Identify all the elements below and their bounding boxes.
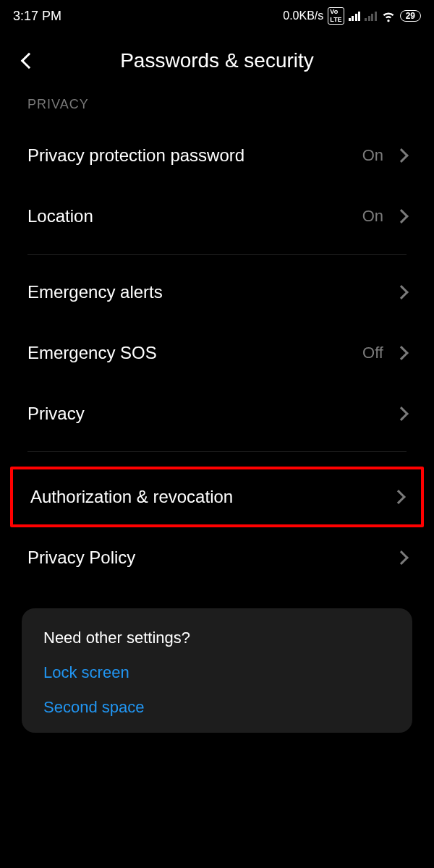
wifi-icon <box>381 9 396 23</box>
row-privacy-policy[interactable]: Privacy Policy <box>0 527 434 588</box>
row-emergency-alerts[interactable]: Emergency alerts <box>0 262 434 323</box>
row-location[interactable]: Location On <box>0 186 434 247</box>
app-header: Passwords & security <box>0 29 434 88</box>
link-lock-screen[interactable]: Lock screen <box>43 663 391 682</box>
row-emergency-sos[interactable]: Emergency SOS Off <box>0 323 434 383</box>
status-bar: 3:17 PM 0.0KB/s VoLTE 29 <box>0 0 434 29</box>
divider <box>27 254 407 255</box>
battery-icon: 29 <box>400 10 421 22</box>
chevron-right-icon <box>394 148 409 163</box>
status-time: 3:17 PM <box>13 9 61 24</box>
volte-icon: VoLTE <box>328 7 344 25</box>
row-privacy[interactable]: Privacy <box>0 383 434 444</box>
row-authorization-revocation[interactable]: Authorization & revocation <box>13 469 421 524</box>
divider <box>27 451 407 452</box>
signal-2-icon <box>365 11 377 21</box>
row-value: On <box>362 207 383 226</box>
other-settings-card: Need other settings? Lock screen Second … <box>22 608 412 733</box>
row-privacy-protection[interactable]: Privacy protection password On <box>0 125 434 186</box>
chevron-right-icon <box>394 346 409 360</box>
row-value: Off <box>362 344 383 362</box>
row-label: Emergency SOS <box>27 343 362 363</box>
card-title: Need other settings? <box>43 629 391 647</box>
row-value: On <box>362 146 383 165</box>
back-button[interactable] <box>14 46 43 75</box>
link-second-space[interactable]: Second space <box>43 698 391 717</box>
chevron-right-icon <box>394 285 409 299</box>
net-speed: 0.0KB/s <box>283 9 323 22</box>
highlighted-row: Authorization & revocation <box>10 467 424 527</box>
row-label: Location <box>27 206 362 226</box>
chevron-left-icon <box>21 53 38 69</box>
row-label: Privacy Policy <box>27 548 396 568</box>
page-title: Passwords & security <box>43 49 420 72</box>
row-label: Authorization & revocation <box>30 487 393 507</box>
chevron-right-icon <box>394 550 409 565</box>
chevron-right-icon <box>394 209 409 224</box>
chevron-right-icon <box>391 490 406 504</box>
row-label: Privacy protection password <box>27 145 362 166</box>
chevron-right-icon <box>394 407 409 421</box>
section-label-privacy: PRIVACY <box>0 88 434 125</box>
row-label: Privacy <box>27 404 396 424</box>
row-label: Emergency alerts <box>27 282 396 302</box>
signal-1-icon <box>349 11 361 21</box>
status-right: 0.0KB/s VoLTE 29 <box>283 7 421 25</box>
